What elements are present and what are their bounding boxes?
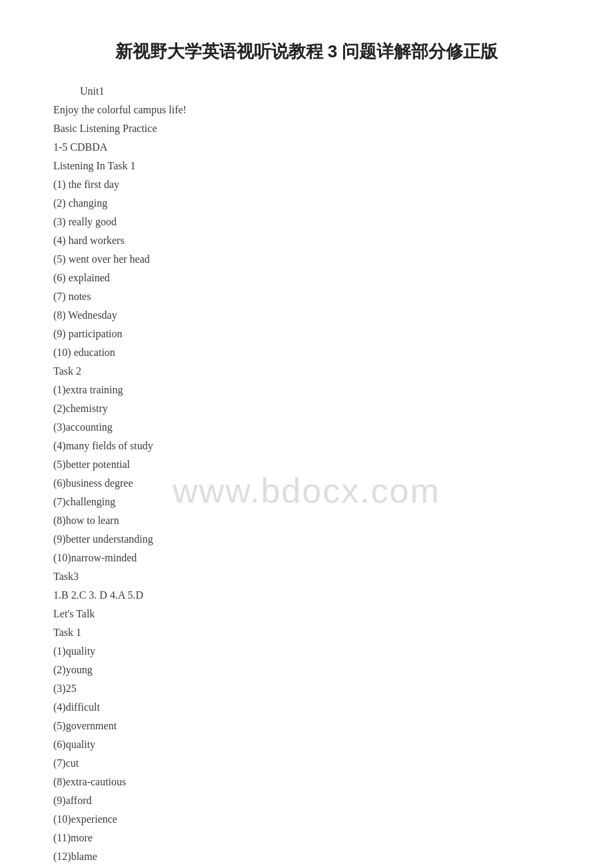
- list-item: (6)business degree: [53, 474, 560, 493]
- list-item: (10) education: [53, 343, 560, 362]
- letstalk-task1-label: Task 1: [53, 623, 560, 642]
- unit-label: Unit1: [53, 82, 560, 101]
- listening-in-task1-label: Listening In Task 1: [53, 157, 560, 175]
- enjoy-line: Enjoy the colorful campus life!: [53, 101, 560, 119]
- list-item: (9)afford: [53, 791, 560, 810]
- task3-label: Task3: [53, 567, 560, 586]
- list-item: (9) participation: [53, 325, 560, 343]
- basic-listening-label: Basic Listening Practice: [53, 119, 560, 138]
- list-item: (4) hard workers: [53, 231, 560, 250]
- list-item: (8)how to learn: [53, 511, 560, 530]
- list-item: (6) explained: [53, 269, 560, 287]
- task2-list: (1)extra training (2)chemistry (3)accoun…: [53, 381, 560, 567]
- list-item: (5)better potential: [53, 455, 560, 474]
- list-item: (12)blame: [53, 847, 560, 866]
- list-item: (1)quality: [53, 642, 560, 661]
- list-item: (3)accounting: [53, 418, 560, 437]
- list-item: (2) changing: [53, 194, 560, 213]
- list-item: (10)experience: [53, 810, 560, 829]
- page-title: 新视野大学英语视听说教程 3 问题详解部分修正版: [53, 40, 560, 63]
- list-item: (11)more: [53, 829, 560, 847]
- list-item: (10)narrow-minded: [53, 549, 560, 567]
- task1-list: (1) the first day (2) changing (3) reall…: [53, 175, 560, 362]
- list-item: (7) notes: [53, 287, 560, 306]
- letstalk-list: (1)quality (2)young (3)25 (4)difficult (…: [53, 642, 560, 868]
- list-item: (9)better understanding: [53, 530, 560, 549]
- list-item: (2)young: [53, 661, 560, 679]
- list-item: (1)extra training: [53, 381, 560, 399]
- list-item: (5) went over her head: [53, 250, 560, 269]
- main-content: Unit1 Enjoy the colorful campus life! Ba…: [53, 82, 560, 868]
- list-item: (7)cut: [53, 754, 560, 773]
- list-item: (8)extra-cautious: [53, 773, 560, 791]
- answers1: 1-5 CDBDA: [53, 138, 560, 157]
- list-item: (2)chemistry: [53, 399, 560, 418]
- list-item: (8) Wednesday: [53, 306, 560, 325]
- list-item: (4)difficult: [53, 698, 560, 717]
- task2-label: Task 2: [53, 362, 560, 381]
- list-item: (4)many fields of study: [53, 437, 560, 455]
- list-item: (6)quality: [53, 735, 560, 754]
- list-item: (3)25: [53, 679, 560, 698]
- list-item: (5)government: [53, 717, 560, 735]
- list-item: (7)challenging: [53, 493, 560, 511]
- list-item: (3) really good: [53, 213, 560, 231]
- letstalk-label: Let's Talk: [53, 605, 560, 623]
- task3-answers: 1.B 2.C 3. D 4.A 5.D: [53, 586, 560, 605]
- list-item: (1) the first day: [53, 175, 560, 194]
